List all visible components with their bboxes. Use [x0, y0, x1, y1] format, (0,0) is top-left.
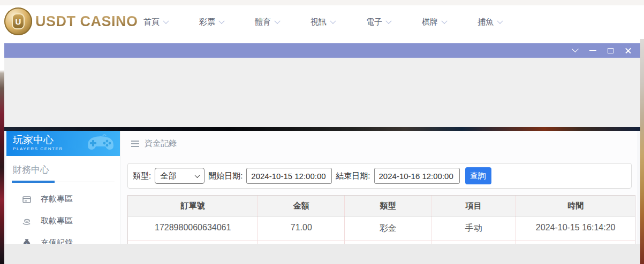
chevron-down-icon — [497, 18, 503, 24]
table-row-partial — [128, 240, 635, 244]
chevron-down-icon — [330, 18, 336, 24]
minimize-icon — [589, 50, 596, 51]
chevron-down-icon — [163, 18, 169, 24]
logo-text: USDT CASINO — [35, 13, 138, 30]
cell-empty — [128, 240, 258, 244]
chevron-down-icon — [274, 18, 280, 24]
coin-letter: U — [12, 13, 25, 29]
player-center-page: 玩家中心 PLAYERS CENTER 財務中心 — [4, 131, 640, 244]
type-select[interactable]: 全部 — [155, 168, 204, 184]
page-title: 資金記錄 — [145, 138, 177, 149]
chevron-down-icon — [385, 18, 391, 24]
sidebar-item-deposit[interactable]: 存款專區 — [6, 188, 120, 210]
cell-item: 手动 — [431, 216, 516, 240]
filter-bar: 類型: 全部 開始日期: 結束日期: 查詢 — [127, 163, 632, 189]
nav-item-lottery[interactable]: 彩票 — [199, 17, 224, 27]
site-logo[interactable]: U USDT CASINO — [4, 7, 138, 35]
nav-item-slots[interactable]: 電子 — [366, 17, 391, 27]
cell-empty — [345, 240, 431, 244]
player-center-window: 玩家中心 PLAYERS CENTER 財務中心 — [4, 43, 640, 264]
window-bottom-strip — [4, 244, 640, 264]
nav-item-boardgames[interactable]: 棋牌 — [422, 17, 446, 27]
usdt-coin-icon: U — [4, 7, 32, 35]
cell-order-no: 1728980060634061 — [128, 216, 258, 240]
sidebar-item-label: 存款專區 — [41, 194, 73, 204]
sidebar-item-recharge-record[interactable]: + 充值記錄 — [6, 232, 120, 244]
nav-item-live[interactable]: 視訊 — [310, 17, 335, 27]
nav-item-home[interactable]: 首頁 — [143, 17, 168, 27]
funds-table: 訂單號 金額 類型 項目 時間 1728980060634061 71.00 彩… — [127, 195, 635, 244]
window-empty-area — [4, 58, 640, 127]
cell-empty — [516, 240, 635, 244]
content-area: 資金記錄 類型: 全部 開始日期: 結束日期: 查詢 訂單號 — [120, 131, 637, 244]
deposit-card-icon — [22, 195, 32, 204]
recharge-bag-icon: + — [22, 238, 32, 245]
nav-label: 首頁 — [143, 17, 160, 27]
chevron-down-icon — [441, 18, 447, 24]
rule-accent — [12, 181, 55, 183]
background-photo-right — [640, 39, 644, 264]
cell-type: 彩金 — [345, 216, 431, 240]
window-minimize-button[interactable] — [584, 43, 602, 58]
nav-label: 彩票 — [199, 17, 215, 27]
page: U USDT CASINO 首頁 彩票 體育 視訊 電子 — [0, 0, 644, 264]
sidebar-section-rule — [12, 181, 115, 183]
nav-label: 體育 — [255, 17, 271, 27]
gamepad-icon — [87, 134, 115, 152]
top-strip — [0, 0, 644, 5]
cell-amount: 71.00 — [258, 216, 345, 240]
end-date-label: 結束日期: — [336, 171, 370, 181]
type-select-value: 全部 — [160, 171, 176, 181]
search-button[interactable]: 查詢 — [465, 167, 491, 184]
table-row: 1728980060634061 71.00 彩金 手动 2024-10-15 … — [128, 216, 635, 240]
sidebar-menu: 存款專區 取款專區 + 充值記錄 — [6, 188, 120, 244]
sidebar-header: 玩家中心 PLAYERS CENTER — [6, 131, 120, 156]
hamburger-menu-icon[interactable] — [131, 141, 139, 147]
sidebar-section-title: 財務中心 — [6, 156, 120, 181]
site-header: U USDT CASINO 首頁 彩票 體育 視訊 電子 — [0, 5, 644, 39]
close-icon — [625, 47, 632, 54]
end-date-input[interactable] — [374, 168, 460, 184]
rule-line — [55, 182, 115, 182]
window-titlebar[interactable] — [4, 43, 640, 58]
window-collapse-button[interactable] — [566, 43, 584, 58]
background-photo-left — [0, 39, 4, 264]
maximize-icon — [608, 48, 613, 53]
content-header: 資金記錄 — [120, 131, 637, 156]
chevron-down-icon — [572, 45, 579, 52]
window-maximize-button[interactable] — [602, 43, 619, 58]
nav-label: 電子 — [366, 17, 382, 27]
select-caret-icon — [195, 173, 200, 178]
column-header-order-no: 訂單號 — [128, 196, 258, 216]
start-date-label: 開始日期: — [208, 171, 243, 181]
nav-label: 視訊 — [310, 17, 327, 27]
nav-label: 捕魚 — [478, 17, 494, 27]
chevron-down-icon — [218, 18, 224, 24]
column-header-time: 時間 — [516, 196, 635, 216]
column-header-item: 項目 — [431, 196, 516, 216]
withdraw-hand-icon — [22, 216, 32, 226]
start-date-input[interactable] — [246, 168, 332, 184]
column-header-amount: 金額 — [258, 196, 345, 216]
sidebar-item-label: 取款專區 — [41, 216, 73, 226]
nav-item-fishing[interactable]: 捕魚 — [478, 17, 502, 27]
sidebar-item-label: 充值記錄 — [41, 238, 73, 244]
sidebar-item-withdraw[interactable]: 取款專區 — [6, 210, 120, 232]
page-background-band — [4, 127, 640, 131]
svg-text:+: + — [26, 242, 28, 244]
cell-empty — [258, 240, 345, 244]
type-filter-label: 類型: — [133, 171, 151, 181]
nav-item-sports[interactable]: 體育 — [255, 17, 279, 27]
table-header-row: 訂單號 金額 類型 項目 時間 — [128, 196, 635, 216]
window-close-button[interactable] — [619, 43, 637, 58]
cell-time: 2024-10-15 16:14:20 — [516, 216, 635, 240]
column-header-type: 類型 — [345, 196, 431, 216]
main-nav: 首頁 彩票 體育 視訊 電子 棋牌 — [143, 5, 502, 39]
sidebar: 玩家中心 PLAYERS CENTER 財務中心 — [6, 131, 120, 244]
cell-empty — [431, 240, 516, 244]
nav-label: 棋牌 — [422, 17, 438, 27]
